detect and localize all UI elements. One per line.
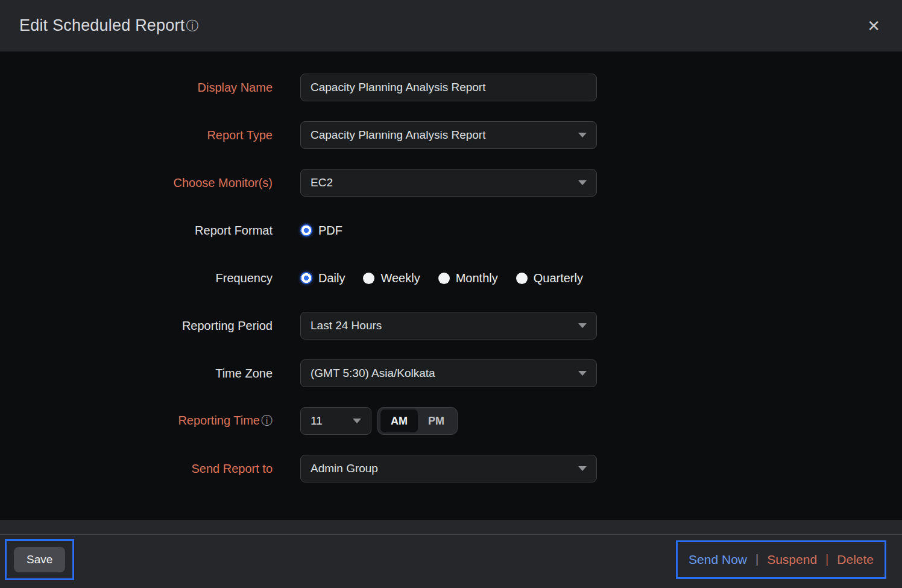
- frequency-row: Frequency Daily Weekly Monthly: [0, 264, 902, 292]
- reporting-period-value: Last 24 Hours: [311, 319, 382, 332]
- reporting-period-row: Reporting Period Last 24 Hours: [0, 312, 902, 340]
- radio-daily[interactable]: Daily: [300, 271, 345, 285]
- display-name-label: Display Name: [0, 81, 273, 95]
- ampm-toggle: AM PM: [377, 407, 458, 435]
- send-report-to-label: Send Report to: [0, 462, 273, 476]
- reporting-time-row: Reporting Timeⓘ 11 AM PM: [0, 407, 902, 435]
- radio-quarterly-label: Quarterly: [534, 271, 583, 285]
- actions-highlight-box: Send Now | Suspend | Delete: [676, 540, 886, 579]
- radio-unselected-icon: [363, 273, 374, 284]
- chevron-down-icon: [353, 419, 361, 423]
- send-report-to-value: Admin Group: [311, 462, 378, 475]
- radio-monthly[interactable]: Monthly: [438, 271, 498, 285]
- suspend-link[interactable]: Suspend: [767, 552, 817, 567]
- radio-unselected-icon: [516, 273, 528, 284]
- save-highlight-box: Save: [5, 539, 74, 580]
- report-format-row: Report Format PDF: [0, 217, 902, 244]
- title-info-icon: ⓘ: [186, 17, 198, 34]
- chevron-down-icon: [578, 180, 587, 185]
- report-type-select[interactable]: Capacity Planning Analysis Report: [300, 121, 597, 149]
- dialog-title-text: Edit Scheduled Report: [19, 16, 184, 35]
- time-zone-value: (GMT 5:30) Asia/Kolkata: [311, 367, 435, 380]
- radio-weekly[interactable]: Weekly: [363, 271, 420, 285]
- separator: |: [755, 552, 758, 566]
- dialog-body: Display Name Report Type Capacity Planni…: [0, 52, 902, 520]
- frequency-label: Frequency: [0, 271, 273, 285]
- reporting-hour-select[interactable]: 11: [300, 407, 371, 435]
- radio-daily-label: Daily: [318, 271, 345, 285]
- radio-monthly-label: Monthly: [456, 271, 498, 285]
- save-button[interactable]: Save: [14, 547, 65, 572]
- reporting-period-label: Reporting Period: [0, 319, 273, 333]
- time-zone-select[interactable]: (GMT 5:30) Asia/Kolkata: [300, 359, 597, 387]
- am-segment[interactable]: AM: [380, 409, 418, 432]
- separator: |: [825, 552, 828, 566]
- radio-selected-icon: [300, 224, 312, 236]
- choose-monitors-select[interactable]: EC2: [300, 169, 597, 197]
- time-zone-label: Time Zone: [0, 367, 273, 381]
- radio-quarterly[interactable]: Quarterly: [516, 271, 583, 285]
- reporting-period-select[interactable]: Last 24 Hours: [300, 312, 597, 340]
- report-type-row: Report Type Capacity Planning Analysis R…: [0, 121, 902, 149]
- chevron-down-icon: [578, 466, 587, 471]
- reporting-time-info-icon: ⓘ: [261, 414, 273, 427]
- dialog-title: Edit Scheduled Reportⓘ: [19, 16, 199, 35]
- radio-unselected-icon: [438, 273, 450, 284]
- time-zone-row: Time Zone (GMT 5:30) Asia/Kolkata: [0, 359, 902, 387]
- choose-monitors-label: Choose Monitor(s): [0, 176, 273, 190]
- close-icon[interactable]: ✕: [867, 18, 880, 34]
- report-format-label: Report Format: [0, 224, 273, 238]
- footer-divider: [0, 534, 902, 535]
- radio-weekly-label: Weekly: [380, 271, 420, 285]
- send-now-link[interactable]: Send Now: [689, 552, 747, 567]
- send-report-to-row: Send Report to Admin Group: [0, 455, 902, 482]
- send-report-to-select[interactable]: Admin Group: [300, 455, 597, 482]
- radio-pdf[interactable]: PDF: [300, 224, 342, 238]
- edit-scheduled-report-dialog: Edit Scheduled Reportⓘ ✕ Display Name Re…: [0, 0, 902, 588]
- chevron-down-icon: [578, 371, 587, 376]
- report-type-value: Capacity Planning Analysis Report: [311, 128, 485, 142]
- choose-monitors-value: EC2: [311, 176, 333, 189]
- dialog-header: Edit Scheduled Reportⓘ ✕: [0, 0, 902, 52]
- choose-monitors-row: Choose Monitor(s) EC2: [0, 169, 902, 197]
- pm-segment[interactable]: PM: [418, 409, 455, 432]
- delete-link[interactable]: Delete: [837, 552, 874, 567]
- display-name-input[interactable]: [300, 74, 597, 101]
- chevron-down-icon: [578, 133, 587, 138]
- radio-selected-icon: [300, 272, 312, 284]
- reporting-time-label: Reporting Timeⓘ: [0, 413, 273, 429]
- radio-pdf-label: PDF: [318, 224, 342, 238]
- display-name-row: Display Name: [0, 74, 902, 101]
- dialog-footer: Save Send Now | Suspend | Delete: [0, 520, 902, 588]
- reporting-hour-value: 11: [311, 414, 323, 428]
- report-type-label: Report Type: [0, 128, 273, 142]
- chevron-down-icon: [578, 323, 587, 328]
